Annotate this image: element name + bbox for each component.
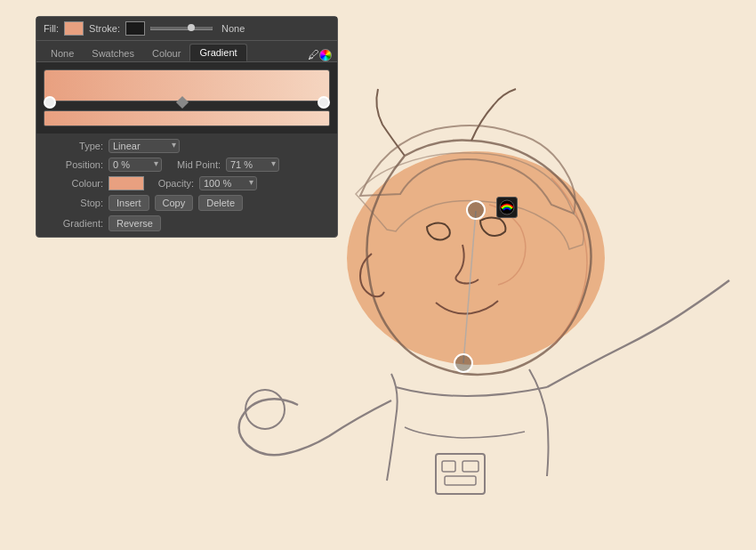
type-label: Type: <box>45 141 103 151</box>
gradient-panel: Fill: Stroke: None None Swatches Colour … <box>36 16 338 238</box>
fill-swatch[interactable] <box>64 21 84 36</box>
position-select[interactable]: 0 % <box>109 158 162 172</box>
type-select-wrapper[interactable]: Linear Radial Conical <box>109 139 180 153</box>
color-wheel-icon[interactable] <box>319 49 332 61</box>
tab-gradient[interactable]: Gradient <box>189 44 246 61</box>
form-area: Type: Linear Radial Conical Position: 0 … <box>36 133 337 237</box>
stop-row: Stop: Insert Copy Delete <box>45 195 328 211</box>
insert-button[interactable]: Insert <box>109 195 149 211</box>
fill-label: Fill: <box>44 23 59 34</box>
copy-button[interactable]: Copy <box>155 195 194 211</box>
reverse-button[interactable]: Reverse <box>109 215 161 231</box>
midpoint-label: Mid Point: <box>167 159 221 170</box>
tab-colour[interactable]: Colour <box>143 45 189 61</box>
midpoint-select-wrapper[interactable]: 71 % <box>226 158 279 172</box>
gradient-bar-container <box>44 69 330 101</box>
gradient-handle-left[interactable] <box>44 96 56 109</box>
stop-label: Stop: <box>45 198 103 208</box>
gradient-node-bottom[interactable] <box>454 353 473 373</box>
gradient-color-icon[interactable] <box>496 197 518 218</box>
gradient-node-top[interactable] <box>466 200 486 220</box>
position-midpoint-row: Position: 0 % Mid Point: 71 % <box>45 158 328 172</box>
position-label: Position: <box>45 159 103 170</box>
gradient-preview-area <box>36 62 337 133</box>
stroke-swatch[interactable] <box>125 21 145 36</box>
color-strip <box>44 110 330 126</box>
delete-button[interactable]: Delete <box>198 195 243 211</box>
opacity-select-wrapper[interactable]: 100 % <box>199 176 257 190</box>
gradient-bar[interactable] <box>44 69 330 101</box>
type-select[interactable]: Linear Radial Conical <box>109 139 180 153</box>
tab-row: None Swatches Colour Gradient 🖊 <box>36 41 337 62</box>
top-bar: Fill: Stroke: None <box>36 17 337 41</box>
gradient-row: Gradient: Reverse <box>45 215 328 231</box>
tab-none[interactable]: None <box>42 45 83 61</box>
colour-label: Colour: <box>45 178 103 189</box>
colour-swatch[interactable] <box>109 176 144 190</box>
gradient-handle-right[interactable] <box>318 96 330 109</box>
type-row: Type: Linear Radial Conical <box>45 139 328 153</box>
tab-swatches[interactable]: Swatches <box>83 45 143 61</box>
eyedropper-icon[interactable]: 🖊 <box>308 48 319 61</box>
position-select-wrapper[interactable]: 0 % <box>109 158 162 172</box>
opacity-label: Opacity: <box>149 178 194 189</box>
gradient-label: Gradient: <box>45 218 103 229</box>
none-button[interactable]: None <box>221 23 245 34</box>
opacity-select[interactable]: 100 % <box>199 176 257 190</box>
colour-row: Colour: Opacity: 100 % <box>45 176 328 190</box>
stroke-slider[interactable] <box>150 27 213 30</box>
stroke-label: Stroke: <box>89 23 120 34</box>
midpoint-select[interactable]: 71 % <box>226 158 279 172</box>
